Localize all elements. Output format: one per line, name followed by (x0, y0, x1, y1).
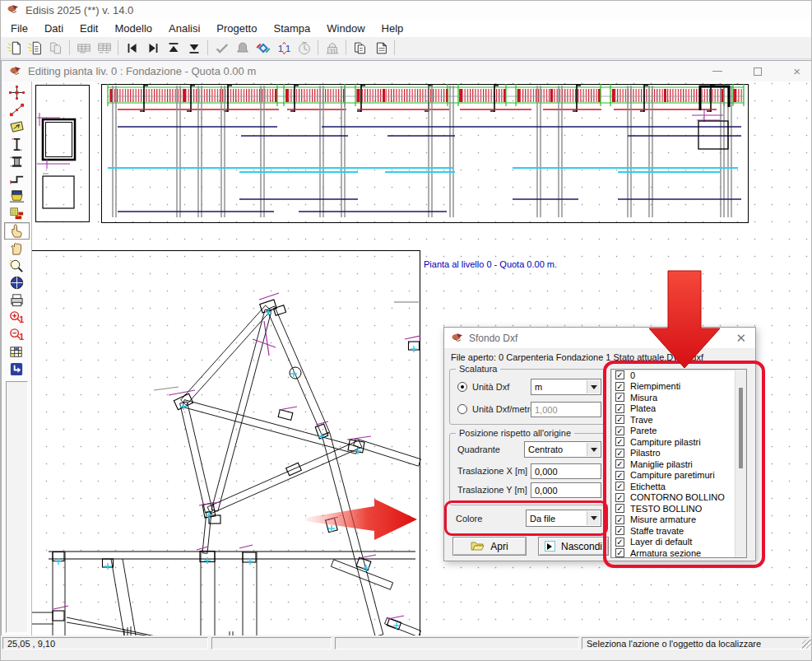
copy-all-pages-button[interactable] (350, 39, 370, 57)
print-tool-button[interactable] (4, 291, 30, 309)
status-cell-3 (335, 637, 579, 649)
child-titlebar[interactable]: Editing pianta liv. 0 : Fondazione - Quo… (2, 61, 812, 81)
apri-button[interactable]: Apri (452, 537, 527, 556)
menu-window[interactable]: Window (318, 21, 373, 36)
window-title: Edisis 2025 (**) v. 14.0 (26, 4, 133, 16)
drawing-canvas[interactable]: Pianta al livello 0 - Quota 0.00 m. Sfon… (32, 81, 812, 635)
polyline-tool-button[interactable] (4, 170, 30, 188)
toolbar-separator (207, 40, 208, 55)
beam-tool-button[interactable] (4, 101, 30, 119)
nav-bottom-icon (186, 40, 202, 56)
zoom-out-tool-button[interactable]: 1 (4, 326, 30, 343)
menu-progetto[interactable]: Progetto (208, 21, 265, 36)
toolbar-separator (69, 40, 70, 55)
status-coordinates: 25,05 , 9,10 (2, 637, 208, 649)
blocks-tool-button[interactable] (4, 205, 30, 222)
apri-button-label: Apri (490, 541, 508, 552)
scalatura-group-label: Scalatura (456, 364, 500, 374)
zoom-in-tool-icon: 1 (8, 310, 26, 325)
new-document-button[interactable] (4, 39, 25, 57)
table-insert-button[interactable] (73, 39, 94, 57)
center-view-tool-icon (8, 275, 26, 291)
confirm-check-icon (214, 40, 230, 56)
open-folder-icon (471, 541, 485, 552)
menu-file[interactable]: File (2, 21, 36, 36)
app-icon (7, 2, 20, 18)
scalatura-group: Scalatura Unità Dxf m Unità Dxf/metro 1,… (449, 369, 606, 425)
resize-grip[interactable] (802, 640, 811, 649)
node-tool-button[interactable] (4, 84, 30, 101)
dialog-close-icon[interactable]: ✕ (735, 332, 746, 344)
chevron-down-icon[interactable] (587, 380, 600, 393)
traslazione-x-field[interactable]: 0,000 (531, 463, 601, 479)
main-titlebar: Edisis 2025 (**) v. 14.0 (1, 1, 812, 19)
nav-top-button[interactable] (163, 39, 183, 57)
hide-panel-icon (545, 541, 555, 552)
select-hand-tool-button[interactable] (4, 222, 30, 240)
column-tool-button[interactable] (4, 136, 30, 153)
quadrante-value: Centrato (528, 445, 563, 454)
svg-text:1: 1 (285, 43, 290, 54)
renumber-icon: 11 (276, 40, 292, 56)
foundation-tool-button[interactable] (4, 188, 30, 205)
traslazione-y-field[interactable]: 0,000 (531, 482, 601, 498)
menu-modello[interactable]: Modello (106, 21, 160, 36)
model-3d-button[interactable] (253, 39, 273, 57)
menu-stampa[interactable]: Stampa (265, 21, 318, 36)
menu-dati[interactable]: Dati (36, 21, 72, 36)
notify-bell-button[interactable] (232, 39, 253, 57)
table-properties-icon (96, 40, 113, 56)
column-tool-icon (8, 137, 26, 152)
traslazione-x-label: Traslazione X [m] (457, 466, 527, 476)
svg-text:1: 1 (19, 315, 24, 324)
menu-analisi[interactable]: Analisi (160, 21, 208, 36)
copy-all-pages-icon (352, 40, 369, 56)
minimize-icon[interactable] (712, 71, 722, 72)
menu-edit[interactable]: Edit (72, 21, 106, 36)
unita-dxf-select[interactable]: m (531, 379, 601, 395)
layers-grid-tool-button[interactable] (4, 343, 30, 361)
nav-bottom-button[interactable] (183, 39, 204, 57)
annotation-box-colore (444, 500, 608, 536)
copy-page-button[interactable] (370, 39, 391, 57)
section-preview-panel (35, 85, 90, 222)
copy-document-button[interactable] (45, 39, 66, 57)
zoom-in-tool-button[interactable]: 1 (4, 309, 30, 326)
nav-last-button[interactable] (142, 39, 163, 57)
center-view-tool-button[interactable] (4, 274, 30, 291)
timer-button[interactable] (294, 39, 314, 57)
nav-first-button[interactable] (122, 39, 142, 57)
confirm-check-button[interactable] (211, 39, 232, 57)
traslazione-y-label: Traslazione Y [m] (457, 485, 527, 495)
wall-section-tool-button[interactable] (4, 153, 30, 170)
unita-dxf-metro-field[interactable]: 1,000 (531, 402, 601, 417)
table-properties-button[interactable] (94, 39, 114, 57)
quadrante-select[interactable]: Centrato (524, 441, 601, 458)
maximize-icon[interactable] (754, 67, 762, 76)
unita-dxf-metro-radio[interactable] (457, 404, 467, 414)
notify-bell-icon (234, 40, 251, 56)
renumber-button[interactable]: 11 (273, 39, 294, 57)
close-icon[interactable]: × (793, 67, 800, 76)
pan-tool-button[interactable] (4, 240, 30, 257)
blocks-tool-icon (8, 206, 26, 221)
status-bar: 25,05 , 9,10 Seleziona l'azione o l'ogge… (1, 635, 812, 651)
open-document-button[interactable] (25, 39, 45, 57)
polyline-tool-icon (8, 171, 26, 187)
toolbar-separator (118, 40, 118, 55)
nascondi-button[interactable]: Nascondi (538, 537, 609, 556)
posizione-group: Posizione rispetto all'origine Quadrante… (449, 433, 606, 505)
svg-text:1: 1 (19, 333, 24, 342)
open-document-icon (27, 40, 44, 56)
menu-help[interactable]: Help (374, 21, 412, 36)
unita-dxf-radio[interactable] (457, 382, 467, 392)
plate-tool-button[interactable] (4, 119, 30, 136)
nav-last-icon (145, 40, 161, 56)
select-hand-tool-icon (8, 223, 26, 239)
exit-tool-button[interactable] (4, 361, 30, 378)
chevron-down-icon[interactable] (587, 443, 600, 456)
status-message: Seleziona l'azione o l'oggetto da locali… (582, 637, 810, 649)
timer-icon (296, 40, 313, 56)
building-button[interactable] (322, 39, 342, 57)
zoom-tool-button[interactable] (4, 257, 30, 274)
